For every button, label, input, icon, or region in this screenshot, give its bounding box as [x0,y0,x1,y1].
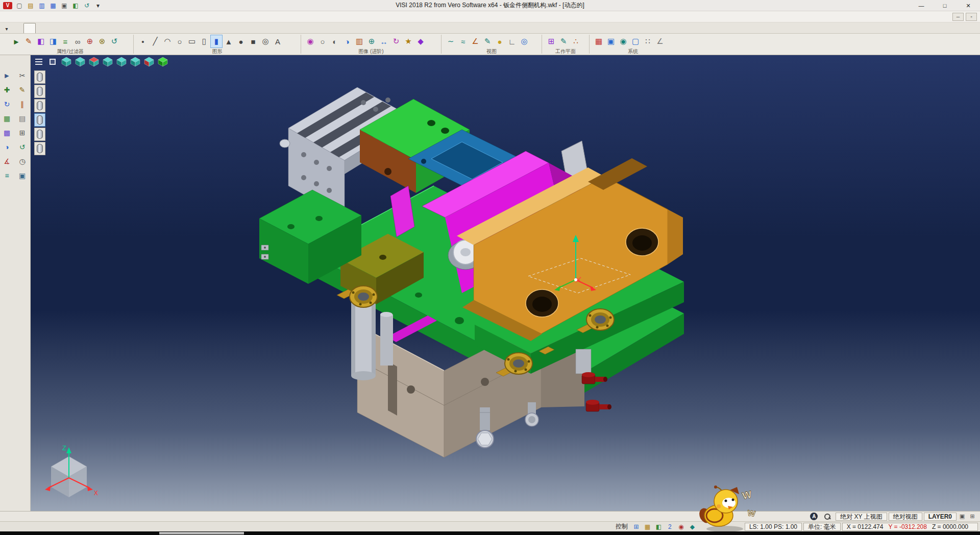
workplane-grid-icon[interactable]: ⊞ [545,35,557,48]
assistant-badge[interactable]: A [810,513,818,520]
workflow-tab[interactable] [85,23,97,33]
entity-filter-capsule-5[interactable] [34,128,45,141]
analyze-icon[interactable]: ◑ [1,141,13,153]
workflow-tab[interactable] [109,23,121,33]
workflow-tab[interactable] [134,23,146,33]
rectangle-icon[interactable]: ▭ [186,35,198,48]
rotate-view-icon[interactable]: ↻ [390,35,402,48]
profile-icon[interactable]: ◉ [676,522,686,531]
workflow-tab[interactable] [23,23,36,33]
absolute-view-box[interactable]: 绝对视图 [889,513,922,521]
menu-item[interactable] [140,16,149,18]
view-iso-cube[interactable] [143,56,155,67]
solid-cube-icon[interactable]: ▦ [1,112,13,125]
screenshot-icon[interactable]: ◧ [70,1,81,10]
close-button[interactable]: ✕ [957,0,980,11]
view-sun-icon[interactable]: ● [494,35,506,48]
sheet-icon[interactable]: ▤ [16,112,29,125]
menu-item[interactable] [66,16,76,18]
fitting-block[interactable] [576,349,591,374]
magnet-filter-icon[interactable]: ⊕ [84,35,96,48]
units-box[interactable]: 单位: 毫米 [803,523,841,531]
print-icon[interactable]: ▣ [59,1,69,10]
trim-scissors-icon[interactable]: ✂ [16,69,29,82]
workflow-tab[interactable] [11,23,23,33]
workflow-tab[interactable] [97,23,109,33]
pan-image-icon[interactable]: ↔ [378,35,390,48]
tab-overflow-caret-icon[interactable]: ▾ [2,24,11,33]
world-settings-icon[interactable]: ◉ [617,35,629,48]
box-icon[interactable]: ■ [247,35,259,48]
new-file-icon[interactable]: ▢ [14,1,24,10]
menu-item[interactable] [48,16,57,18]
workflow-tab[interactable] [36,23,48,33]
red-fittings[interactable] [582,372,611,411]
model-viewport[interactable]: Z X [31,55,980,511]
entity-filter-capsule-4[interactable] [34,113,45,127]
sphere-icon[interactable]: ● [235,35,247,48]
monitor-settings-icon[interactable]: ▣ [605,35,617,48]
minimize-button[interactable]: — [910,0,933,11]
menu-item[interactable] [112,16,121,18]
text-icon[interactable]: A [272,35,284,48]
layer-lock-icon[interactable]: ▣ [958,513,967,521]
menu-item[interactable] [57,16,66,18]
view-list-icon[interactable] [33,56,45,67]
chain-filter-icon[interactable]: ∞ [71,35,84,48]
workplane-sketch-icon[interactable]: ✎ [557,35,570,48]
view-plane-icon[interactable] [46,56,59,67]
select-filter-icon[interactable]: ► [10,35,22,48]
cylinder-icon[interactable]: ▯ [198,35,210,48]
window-settings-icon[interactable]: ▢ [629,35,642,48]
offset-icon[interactable]: ∥ [16,98,29,110]
view-mode-box[interactable]: 绝对 XY 上视图 [836,513,887,521]
menu-item[interactable] [85,16,94,18]
menu-item[interactable] [76,16,85,18]
zoom-status-icon[interactable] [824,513,831,520]
line-icon[interactable]: ╱ [149,35,161,48]
taskbar-peek[interactable] [159,532,244,534]
clear-filter-icon[interactable]: ⊗ [96,35,108,48]
menu-item[interactable] [158,16,167,18]
workflow-tab[interactable] [48,23,60,33]
open-file-icon[interactable]: ▤ [26,1,36,10]
ortho-toggle-icon[interactable]: ▦ [643,522,652,531]
workplane-3points-icon[interactable]: ∴ [570,35,582,48]
menu-item[interactable] [131,16,140,18]
view-right-cube[interactable] [88,56,100,67]
dimension-icon[interactable]: ∡ [1,155,13,167]
menu-item[interactable] [167,16,177,18]
entity-filter-capsule-3[interactable] [34,99,45,112]
layer-list-icon[interactable]: ⊞ [968,513,977,521]
torus-icon[interactable]: ◎ [259,35,272,48]
maximize-button[interactable]: □ [933,0,957,11]
view-sketch-icon[interactable]: ✎ [481,35,494,48]
menu-item[interactable] [94,16,103,18]
reset-filter-icon[interactable]: ↺ [108,35,120,48]
rotate-icon[interactable]: ↻ [1,98,13,110]
workflow-tab[interactable] [72,23,85,33]
material-icon[interactable]: ◆ [414,35,427,48]
doc-restore-icon[interactable]: ▫ [966,13,977,21]
solid-cylinder-icon[interactable]: ▮ [210,35,223,48]
sketch-edit-icon[interactable]: ✎ [16,84,29,96]
arc-icon[interactable]: ◠ [161,35,174,48]
undo-icon[interactable]: ↺ [82,1,92,10]
section-view-icon[interactable]: ▥ [353,35,365,48]
transparency-icon[interactable]: ◑ [341,35,353,48]
view-top-cube[interactable] [60,56,72,67]
view-zoom-icon[interactable]: ≈ [457,35,469,48]
view-dynamic-cube[interactable] [157,56,169,67]
plot-icon[interactable]: ▣ [16,169,29,182]
color-filter-icon[interactable]: ◧ [35,35,47,48]
view-back-cube[interactable] [115,56,128,67]
view-bottom-cube[interactable] [129,56,141,67]
view-orbit-icon[interactable]: ∼ [445,35,457,48]
entity-filter-capsule-6[interactable] [34,142,45,155]
menu-item[interactable] [2,16,11,18]
doc-minimize-icon[interactable]: ─ [952,13,964,21]
notes-icon[interactable]: 2 [665,522,675,531]
point-icon[interactable]: • [137,35,149,48]
workflow-tab[interactable] [60,23,72,33]
menu-item[interactable] [103,16,112,18]
